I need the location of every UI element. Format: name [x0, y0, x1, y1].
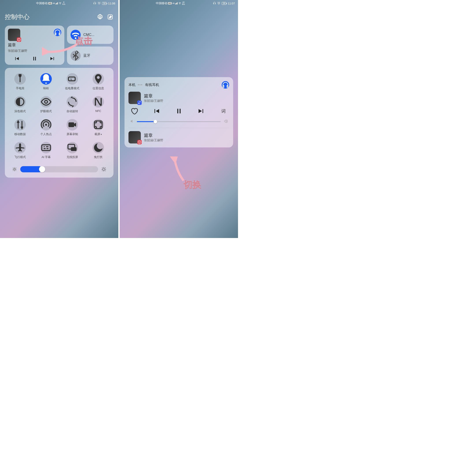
svg-point-1	[99, 16, 101, 18]
wifi-tile[interactable]: CMC...	[67, 26, 114, 44]
dnd-icon	[93, 142, 104, 153]
wifi-label: CMC...	[83, 33, 94, 37]
netease-badge-icon	[137, 140, 142, 144]
toggle-label: 移动数据	[14, 132, 26, 136]
toggle-flashlight[interactable]: 手电筒	[8, 73, 32, 90]
screenshot-icon	[93, 119, 104, 131]
headphones-icon	[93, 1, 96, 5]
music-widget[interactable]: 篇章 张韶涵/王赫野	[5, 26, 64, 65]
phone-left: 中国移动 HD 46 8K/s 58 11:06 控制中心	[0, 0, 118, 238]
svg-rect-4	[68, 77, 75, 81]
signal-icon	[55, 2, 58, 4]
toggle-bell[interactable]: 响铃	[34, 73, 58, 90]
svg-rect-8	[95, 121, 102, 129]
rotate-icon	[67, 96, 78, 107]
dark-icon	[14, 96, 26, 107]
song-title: 篇章	[8, 42, 61, 48]
eye-icon	[40, 96, 52, 107]
output-tab-device[interactable]: 本机	[128, 83, 136, 87]
brightness-slider[interactable]	[8, 165, 110, 172]
net-gen: 46	[53, 2, 55, 4]
status-bar: 中国移动 HD 46 8K/s 58 11:06	[0, 0, 118, 7]
toggle-nfc[interactable]: NFC	[86, 96, 110, 113]
phone-right: 中国移动 HD 46 40B/s 58 11:07 本机 ••• 有线耳机 篇章	[118, 0, 238, 238]
album-art	[8, 29, 20, 41]
alarm-icon	[98, 1, 101, 5]
tab-separator: •••	[138, 83, 143, 87]
speed-label: 40B/s	[182, 1, 185, 5]
toggle-data[interactable]: 移动数据	[8, 119, 32, 136]
svg-rect-7	[68, 122, 74, 127]
toggle-label: 手电筒	[16, 86, 24, 90]
toggle-label: NFC	[95, 109, 101, 113]
data-icon	[14, 119, 26, 131]
pause-button[interactable]	[175, 107, 183, 115]
battery-indicator: 58	[102, 2, 107, 5]
carrier-label: 中国移动	[36, 1, 48, 5]
toggle-battery-saver[interactable]: 低电量模式	[60, 73, 85, 90]
carrier-label: 中国移动	[156, 1, 167, 5]
toggle-label: AI 字幕	[41, 155, 51, 159]
hd-badge: HD	[168, 2, 172, 4]
toggle-label: 自动旋转	[67, 109, 78, 113]
bluetooth-tile[interactable]: 蓝牙	[67, 47, 114, 65]
secondary-player-item[interactable]: 篇章 张韶涵/王赫野	[128, 131, 229, 143]
toggle-eye[interactable]: 护眼模式	[34, 96, 58, 113]
time-label: 11:07	[228, 2, 235, 5]
wifi-icon	[178, 1, 181, 5]
settings-button[interactable]	[97, 14, 103, 20]
location-icon	[93, 73, 104, 85]
brightness-low-icon	[12, 167, 17, 172]
song-artist: 张韶涵/王赫野	[144, 138, 163, 142]
net-gen: 46	[172, 2, 174, 4]
lyrics-button[interactable]: 词	[220, 107, 227, 115]
volume-low-icon	[130, 119, 134, 124]
toggle-subtitle[interactable]: AI 字幕	[34, 142, 58, 159]
toggle-label: 响铃	[43, 86, 49, 90]
song-artist: 张韶涵/王赫野	[144, 99, 163, 103]
cast-icon	[67, 142, 78, 153]
toggle-label: 屏幕录制	[67, 132, 78, 136]
wifi-icon	[70, 30, 81, 40]
audio-output-button[interactable]	[54, 29, 61, 36]
toggle-rotate[interactable]: 自动旋转	[60, 96, 85, 113]
netease-badge-icon	[17, 37, 21, 42]
like-button[interactable]	[130, 107, 138, 115]
toggle-label: 个人热点	[40, 132, 52, 136]
audio-output-button[interactable]	[222, 81, 229, 89]
toggle-dnd[interactable]: 免打扰	[86, 142, 110, 159]
album-art	[128, 131, 141, 143]
svg-point-12	[14, 168, 16, 170]
toggle-dark[interactable]: 深色模式	[8, 96, 32, 113]
song-artist: 张韶涵/王赫野	[8, 49, 61, 53]
toggle-screenshot[interactable]: 截屏▾	[86, 119, 110, 136]
annotation-switch: 切换	[184, 178, 201, 191]
toggle-cast[interactable]: 无线投屏	[60, 142, 85, 159]
bluetooth-icon	[70, 51, 81, 61]
record-icon	[67, 119, 78, 131]
subtitle-icon	[40, 142, 52, 153]
svg-point-6	[45, 124, 47, 126]
wifi-icon	[59, 1, 62, 5]
toggle-hotspot[interactable]: 个人热点	[34, 119, 58, 136]
edit-button[interactable]	[107, 14, 114, 20]
volume-slider[interactable]	[128, 118, 229, 128]
song-title: 篇章	[144, 93, 163, 99]
headphones-icon	[213, 1, 216, 5]
album-art	[128, 92, 141, 104]
prev-button[interactable]	[153, 107, 160, 115]
time-label: 11:06	[108, 2, 115, 5]
toggle-record[interactable]: 屏幕录制	[60, 119, 85, 136]
svg-point-13	[103, 168, 105, 170]
next-button[interactable]	[49, 55, 55, 62]
svg-rect-9	[42, 145, 51, 151]
toggle-airplane[interactable]: 飞行模式	[8, 142, 32, 159]
toggle-location[interactable]: 位置信息	[86, 73, 110, 90]
toggle-label: 飞行模式	[14, 155, 26, 159]
prev-button[interactable]	[14, 55, 20, 62]
pause-button[interactable]	[32, 55, 38, 62]
next-button[interactable]	[197, 107, 205, 115]
quick-toggles-panel: 手电筒响铃低电量模式位置信息深色模式护眼模式自动旋转NFC移动数据个人热点屏幕录…	[5, 68, 114, 178]
output-tab-wired[interactable]: 有线耳机	[145, 83, 159, 87]
flashlight-icon	[14, 73, 26, 85]
